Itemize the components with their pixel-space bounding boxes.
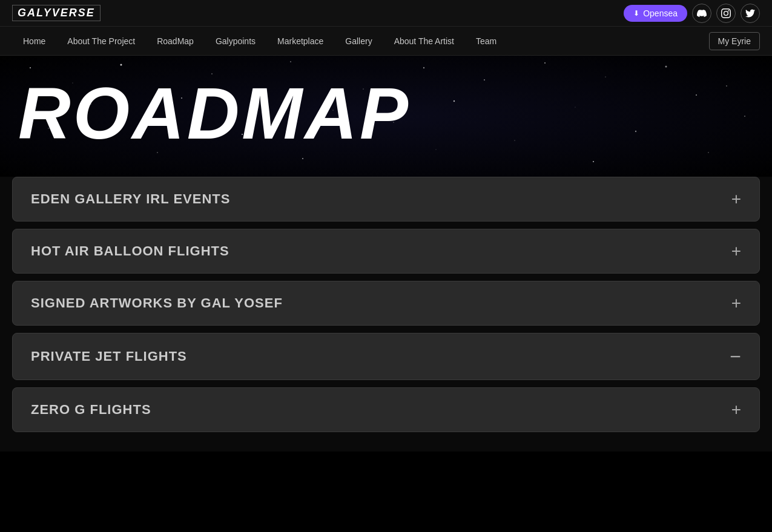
accordion-label-hot-air-balloon: HOT AIR BALLOON FLIGHTS bbox=[31, 243, 229, 259]
opensea-button[interactable]: Opensea bbox=[624, 5, 687, 22]
accordion-icon-eden-gallery: + bbox=[731, 191, 741, 208]
svg-point-26 bbox=[436, 149, 437, 150]
accordion-label-signed-artworks: SIGNED ARTWORKS BY GAL YOSEF bbox=[31, 295, 283, 311]
svg-point-28 bbox=[708, 152, 708, 153]
nav-team[interactable]: Team bbox=[465, 27, 507, 55]
svg-point-9 bbox=[605, 77, 606, 77]
main-nav: Home About The Project RoadMap Galypoint… bbox=[0, 27, 772, 56]
logo: GALYVERSE bbox=[12, 5, 101, 21]
svg-point-17 bbox=[696, 94, 697, 96]
nav-gallery[interactable]: Gallery bbox=[334, 27, 383, 55]
svg-point-27 bbox=[593, 161, 594, 162]
nav-about-project[interactable]: About The Project bbox=[56, 27, 146, 55]
svg-point-22 bbox=[635, 131, 636, 132]
accordion-section: EDEN GALLERY IRL EVENTS + HOT AIR BALLOO… bbox=[0, 177, 772, 452]
nav-roadmap[interactable]: RoadMap bbox=[146, 27, 205, 55]
accordion-item-eden-gallery[interactable]: EDEN GALLERY IRL EVENTS + bbox=[12, 177, 760, 222]
nav-galypoints[interactable]: Galypoints bbox=[205, 27, 266, 55]
instagram-icon[interactable] bbox=[716, 4, 736, 23]
svg-point-11 bbox=[726, 85, 727, 86]
svg-point-15 bbox=[454, 100, 455, 102]
accordion-icon-hot-air-balloon: + bbox=[731, 243, 741, 260]
nav-about-artist[interactable]: About The Artist bbox=[383, 27, 465, 55]
accordion-label-private-jet: PRIVATE JET FLIGHTS bbox=[31, 349, 187, 364]
nav-marketplace[interactable]: Marketplace bbox=[266, 27, 334, 55]
accordion-icon-zero-g: + bbox=[731, 401, 741, 418]
top-right-actions: Opensea bbox=[624, 4, 760, 23]
my-eyrie-button[interactable]: My Eyrie bbox=[709, 32, 760, 50]
accordion-icon-signed-artworks: + bbox=[731, 295, 741, 312]
top-bar: GALYVERSE Opensea bbox=[0, 0, 772, 27]
twitter-icon[interactable] bbox=[741, 4, 760, 23]
discord-icon[interactable] bbox=[692, 4, 711, 23]
accordion-label-zero-g: ZERO G FLIGHTS bbox=[31, 402, 151, 418]
svg-point-8 bbox=[544, 62, 546, 64]
accordion-item-signed-artworks[interactable]: SIGNED ARTWORKS BY GAL YOSEF + bbox=[12, 281, 760, 326]
svg-point-21 bbox=[515, 140, 515, 141]
nav-home[interactable]: Home bbox=[12, 27, 56, 55]
svg-point-23 bbox=[744, 116, 745, 116]
accordion-item-hot-air-balloon[interactable]: HOT AIR BALLOON FLIGHTS + bbox=[12, 229, 760, 274]
accordion-item-private-jet[interactable]: PRIVATE JET FLIGHTS − bbox=[12, 333, 760, 380]
accordion-item-zero-g[interactable]: ZERO G FLIGHTS + bbox=[12, 387, 760, 432]
hero-section: ROADMAP bbox=[0, 56, 772, 177]
svg-point-7 bbox=[484, 79, 485, 80]
svg-point-10 bbox=[665, 66, 667, 68]
page-title: ROADMAP bbox=[0, 59, 429, 174]
accordion-label-eden-gallery: EDEN GALLERY IRL EVENTS bbox=[31, 191, 230, 207]
accordion-icon-private-jet: − bbox=[730, 347, 741, 366]
svg-point-16 bbox=[575, 107, 576, 108]
